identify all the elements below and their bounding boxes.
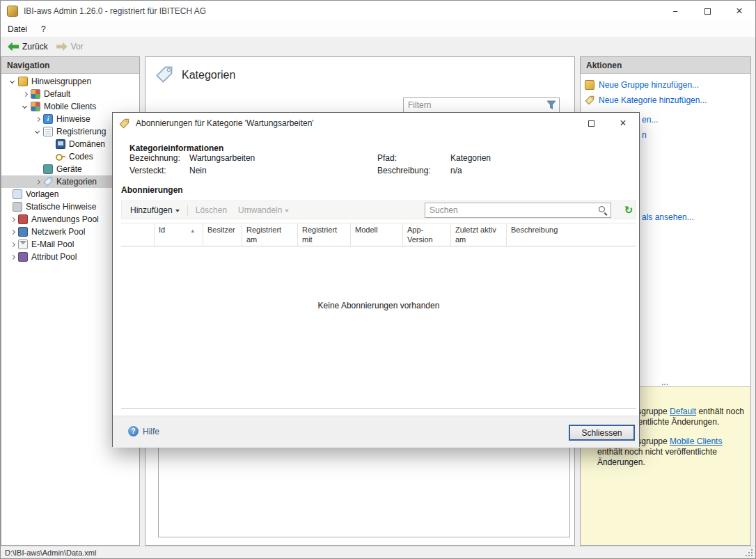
action-link-fragment[interactable]: n [642, 130, 647, 140]
filter-funnel-icon[interactable] [546, 100, 556, 110]
chevron-right-icon[interactable] [32, 176, 43, 187]
maximize-icon [588, 120, 594, 127]
page-title: Kategorien [182, 69, 235, 81]
add-button[interactable]: Hinzufügen [125, 203, 185, 217]
chevron-right-icon[interactable] [19, 88, 31, 100]
column-header-beschreibung[interactable]: Beschreibung [507, 223, 636, 246]
chevron-down-icon[interactable] [7, 76, 18, 87]
column-header-zuletzt-aktiv-am[interactable]: Zuletzt aktiv am [451, 223, 507, 246]
subscriptions-table-header: Id Besitzer Registriert am Registriert m… [121, 223, 636, 246]
minimize-icon [672, 6, 678, 17]
subscriptions-toolbar: Hinzufügen Löschen Umwandeln [121, 200, 636, 219]
window-title: IBI-aws Admin 1.26.0 - registriert für I… [24, 6, 206, 16]
dialog-footer: Hilfe Schliessen [113, 416, 639, 448]
action-link-fragment[interactable]: ... [661, 377, 668, 387]
categories-tag-icon [43, 177, 53, 187]
sort-ascending-icon [191, 226, 194, 235]
dialog-controls [575, 113, 639, 134]
data-file-path: D:\IBI-aws\Admin\Data.xml [5, 549, 96, 557]
chevron-right-icon[interactable] [7, 226, 18, 237]
actions-panel-header: Aktionen [581, 57, 750, 74]
attribute-pool-icon [18, 252, 28, 262]
forward-arrow-icon [56, 42, 68, 52]
field-label-versteckt: Versteckt: [129, 166, 166, 175]
maximize-icon [704, 8, 711, 15]
notice-group-icon [585, 80, 594, 90]
resize-grip-icon[interactable] [744, 548, 754, 558]
domains-icon [56, 139, 65, 149]
email-pool-icon [18, 239, 28, 249]
refresh-icon[interactable] [622, 204, 635, 216]
help-link[interactable]: Hilfe [128, 426, 159, 436]
chevron-right-icon[interactable] [7, 239, 18, 250]
dropdown-caret-icon [175, 210, 180, 212]
field-label-bezeichnung: Bezeichnung: [129, 153, 180, 163]
app-icon [7, 6, 18, 17]
minimize-button[interactable] [659, 1, 691, 22]
column-header-id[interactable]: Id [155, 223, 203, 246]
field-value-pfad: Kategorien [450, 153, 491, 163]
default-group-link[interactable]: Default [670, 407, 696, 416]
status-bar: D:\IBI-aws\Admin\Data.xml [1, 546, 755, 559]
close-button[interactable] [723, 1, 755, 22]
chevron-down-icon[interactable] [32, 126, 43, 137]
dialog-tag-icon [119, 118, 129, 129]
column-header-besitzer[interactable]: Besitzer [203, 223, 242, 246]
mobile-clients-group-link[interactable]: Mobile Clients [670, 436, 722, 446]
nav-item-hinweisgruppen[interactable]: Hinweisgruppen [1, 75, 139, 88]
templates-icon [13, 189, 22, 199]
title-bar: IBI-aws Admin 1.26.0 - registriert für I… [1, 1, 755, 22]
search-icon[interactable] [598, 205, 608, 216]
dialog-maximize-button[interactable] [575, 113, 607, 134]
filter-input[interactable] [404, 99, 546, 111]
registration-icon [43, 127, 53, 136]
categories-tag-icon [155, 65, 173, 84]
close-icon [620, 117, 626, 129]
action-link-fragment[interactable]: en... [642, 115, 658, 125]
toolbar-separator [187, 205, 188, 216]
notice-groups-icon [18, 77, 28, 86]
forward-button[interactable]: Vor [54, 40, 89, 54]
subscriptions-dialog: Abonnierungen für Kategorie 'Wartungsarb… [112, 112, 640, 447]
back-arrow-icon [8, 42, 19, 52]
help-icon [128, 426, 139, 436]
field-value-bezeichnung: Wartungsarbeiten [189, 153, 255, 163]
field-value-versteckt: Nein [189, 166, 207, 175]
navigation-panel-header: Navigation [1, 57, 139, 74]
menu-datei[interactable]: Datei [1, 22, 34, 36]
action-new-group[interactable]: Neue Gruppe hinzufügen... [585, 79, 699, 91]
action-link-fragment[interactable]: als ansehen... [642, 212, 694, 222]
convert-button[interactable]: Umwandeln [233, 203, 294, 217]
codes-key-icon [56, 152, 65, 162]
menu-help[interactable]: ? [34, 22, 53, 36]
column-header-modell[interactable]: Modell [351, 223, 403, 246]
column-header-app-version[interactable]: App-Version [403, 223, 451, 246]
notices-icon [43, 114, 53, 124]
chevron-right-icon[interactable] [32, 113, 43, 125]
maximize-button[interactable] [691, 1, 723, 22]
dialog-title: Abonnierungen für Kategorie 'Wartungsarb… [136, 118, 314, 128]
close-icon [736, 5, 742, 17]
category-tag-icon [585, 95, 594, 105]
column-header-registriert-am[interactable]: Registriert am [242, 223, 298, 246]
column-spacer [121, 223, 155, 246]
subscriptions-heading: Abonnierungen [121, 185, 183, 195]
column-header-registriert-mit[interactable]: Registriert mit [298, 223, 351, 246]
field-value-beschreibung: n/a [450, 166, 462, 175]
back-button[interactable]: Zurück [5, 40, 54, 54]
schliessen-button[interactable]: Schliessen [569, 425, 635, 441]
chevron-right-icon[interactable] [7, 251, 18, 262]
navigation-toolbar: Zurück Vor [1, 37, 755, 56]
search-box [425, 203, 611, 218]
nav-item-default[interactable]: Default [1, 88, 139, 100]
empty-state-text: Keine Abonnierungen vorhanden [121, 246, 636, 409]
dialog-title-bar: Abonnierungen für Kategorie 'Wartungsarb… [113, 113, 639, 134]
chevron-right-icon[interactable] [7, 214, 18, 225]
nav-item-mobile-clients[interactable]: Mobile Clients [1, 100, 139, 113]
field-label-beschreibung: Beschreibung: [377, 166, 431, 175]
chevron-down-icon[interactable] [19, 101, 31, 112]
dialog-close-button[interactable] [607, 113, 639, 134]
search-input[interactable] [425, 204, 598, 216]
action-new-category[interactable]: Neue Kategorie hinzufügen... [585, 94, 707, 107]
delete-button[interactable]: Löschen [190, 203, 233, 217]
